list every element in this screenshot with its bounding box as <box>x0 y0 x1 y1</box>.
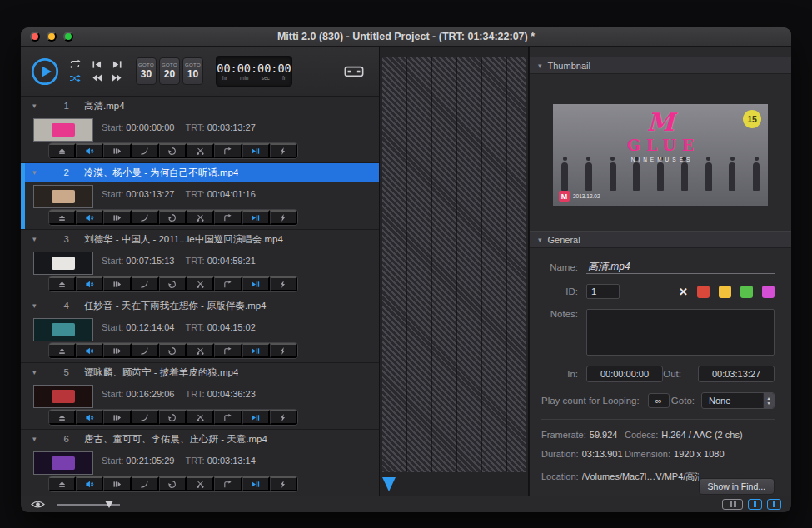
cue-row[interactable]: ▾ 2 冷漠、杨小曼 - 为何自己不听话.mp4 Start: 00:03:13… <box>21 163 379 230</box>
output-display-icon[interactable] <box>344 65 364 78</box>
next-cue-icon[interactable] <box>111 60 123 69</box>
fade-icon[interactable] <box>103 476 131 491</box>
volume-icon[interactable] <box>76 476 103 491</box>
shuffle-icon[interactable] <box>68 73 82 83</box>
loop-icon[interactable] <box>159 476 187 491</box>
curve-icon[interactable] <box>132 343 159 358</box>
cue-header[interactable]: ▾ 4 任妙音 - 天在下雨我在想你 - 原版伴奏.mp4 <box>21 296 379 315</box>
elbow-arrow-icon[interactable] <box>214 410 242 425</box>
volume-icon[interactable] <box>76 343 103 358</box>
scissors-icon[interactable] <box>187 210 214 225</box>
elbow-arrow-icon[interactable] <box>214 343 242 358</box>
clear-color-icon[interactable]: ✕ <box>679 286 688 298</box>
out-field[interactable] <box>698 366 775 382</box>
fade-icon[interactable] <box>103 343 131 358</box>
prev-cue-icon[interactable] <box>91 60 103 69</box>
curve-icon[interactable] <box>132 210 159 225</box>
elbow-arrow-icon[interactable] <box>214 210 242 225</box>
display-1-indicator-icon[interactable] <box>748 499 762 510</box>
goto-10-button[interactable]: GOTO 10 <box>182 57 203 85</box>
cue-header[interactable]: ▾ 3 刘德华 - 中国人 - 2011...le中国巡回演唱会.mp4 <box>21 230 379 248</box>
lightning-icon[interactable] <box>270 476 297 491</box>
cue-row[interactable]: ▾ 1 高清.mp4 Start: 00:00:00:00 TRT: 00:03… <box>21 97 379 163</box>
elbow-arrow-icon[interactable] <box>214 476 242 491</box>
volume-icon[interactable] <box>76 410 103 425</box>
rewind-icon[interactable] <box>91 73 103 82</box>
loop-count-field[interactable]: ∞ <box>648 393 670 408</box>
lightning-icon[interactable] <box>270 276 297 291</box>
cue-row[interactable]: ▾ 6 唐古、童可可、李佑晨、庄心妍 - 天意.mp4 Start: 00:21… <box>21 430 379 496</box>
eject-icon[interactable] <box>49 410 76 425</box>
jump-end-icon[interactable] <box>242 143 270 158</box>
color-swatch-red[interactable] <box>697 286 710 298</box>
chevron-down-icon[interactable]: ▾ <box>32 301 44 310</box>
fade-icon[interactable] <box>103 276 131 291</box>
color-swatch-green[interactable] <box>740 286 753 298</box>
fade-icon[interactable] <box>103 210 131 225</box>
cue-row[interactable]: ▾ 3 刘德华 - 中国人 - 2011...le中国巡回演唱会.mp4 Sta… <box>21 230 379 296</box>
fade-icon[interactable] <box>103 143 131 158</box>
goto-20-button[interactable]: GOTO 20 <box>159 57 180 85</box>
zoom-slider[interactable] <box>57 500 120 510</box>
jump-end-icon[interactable] <box>242 410 270 425</box>
cue-row[interactable]: ▾ 5 谭咏麟、顾芮宁 - 披着羊皮的狼.mp4 Start: 00:16:29… <box>21 363 379 430</box>
cue-row[interactable]: ▾ 4 任妙音 - 天在下雨我在想你 - 原版伴奏.mp4 Start: 00:… <box>21 296 379 363</box>
jump-end-icon[interactable] <box>242 276 270 291</box>
jump-end-icon[interactable] <box>242 476 270 491</box>
scissors-icon[interactable] <box>187 276 214 291</box>
jump-end-icon[interactable] <box>242 343 270 358</box>
thumbnail-section-header[interactable]: ▾ Thumbnail <box>530 57 791 74</box>
chevron-down-icon[interactable]: ▾ <box>32 168 44 177</box>
eject-icon[interactable] <box>49 143 76 158</box>
color-swatch-magenta[interactable] <box>762 286 775 298</box>
zoom-button[interactable] <box>63 32 73 42</box>
fade-icon[interactable] <box>103 410 131 425</box>
elbow-arrow-icon[interactable] <box>214 276 242 291</box>
fast-forward-icon[interactable] <box>111 73 123 82</box>
loop-icon[interactable] <box>159 343 187 358</box>
name-field[interactable] <box>586 260 775 274</box>
loop-icon[interactable] <box>159 276 187 291</box>
scissors-icon[interactable] <box>187 143 214 158</box>
stepper-icon[interactable]: ▲▼ <box>763 393 774 408</box>
curve-icon[interactable] <box>132 476 159 491</box>
chevron-down-icon[interactable]: ▾ <box>32 235 44 243</box>
loop-icon[interactable] <box>159 210 187 225</box>
playhead-marker[interactable] <box>382 477 396 491</box>
goto-select[interactable]: None ▲▼ <box>701 392 775 409</box>
chevron-down-icon[interactable]: ▾ <box>32 102 44 110</box>
cue-header[interactable]: ▾ 6 唐古、童可可、李佑晨、庄心妍 - 天意.mp4 <box>21 430 379 448</box>
elbow-arrow-icon[interactable] <box>214 143 242 158</box>
minimize-button[interactable] <box>47 32 57 42</box>
play-button[interactable] <box>31 57 59 86</box>
cue-header[interactable]: ▾ 2 冷漠、杨小曼 - 为何自己不听话.mp4 <box>21 163 379 182</box>
color-swatch-yellow[interactable] <box>719 286 731 298</box>
cue-header[interactable]: ▾ 1 高清.mp4 <box>21 97 379 115</box>
loop-icon[interactable] <box>159 410 187 425</box>
eject-icon[interactable] <box>49 276 76 291</box>
scissors-icon[interactable] <box>187 343 214 358</box>
sync-indicator-icon[interactable] <box>722 499 743 510</box>
volume-icon[interactable] <box>76 143 103 158</box>
eject-icon[interactable] <box>49 210 76 225</box>
loop-icon[interactable] <box>159 143 187 158</box>
id-field[interactable] <box>586 284 620 299</box>
eject-icon[interactable] <box>49 343 76 358</box>
curve-icon[interactable] <box>132 276 159 291</box>
eye-icon[interactable] <box>31 500 45 509</box>
eject-icon[interactable] <box>49 476 76 491</box>
lightning-icon[interactable] <box>270 210 297 225</box>
curve-icon[interactable] <box>132 143 159 158</box>
scissors-icon[interactable] <box>187 476 214 491</box>
jump-end-icon[interactable] <box>242 210 270 225</box>
general-section-header[interactable]: ▾ General <box>530 231 791 248</box>
lightning-icon[interactable] <box>270 143 297 158</box>
scissors-icon[interactable] <box>187 410 214 425</box>
cue-header[interactable]: ▾ 5 谭咏麟、顾芮宁 - 披着羊皮的狼.mp4 <box>21 363 379 381</box>
lightning-icon[interactable] <box>270 410 297 425</box>
volume-icon[interactable] <box>76 210 103 225</box>
show-in-finder-button[interactable]: Show in Find... <box>699 478 775 495</box>
timeline-strip[interactable] <box>379 47 529 496</box>
notes-field[interactable] <box>586 309 775 356</box>
in-field[interactable] <box>586 366 663 382</box>
